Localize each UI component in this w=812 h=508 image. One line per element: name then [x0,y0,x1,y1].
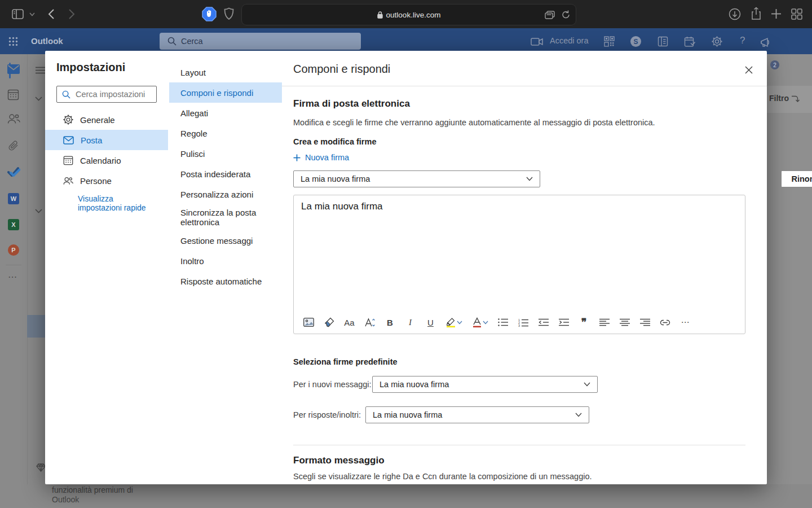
highlighter-icon[interactable] [445,316,457,329]
word-icon[interactable]: W [8,193,19,204]
filter-button[interactable]: Filtro [769,94,789,103]
page-preview-icon[interactable] [545,11,555,19]
highlight-color-control[interactable] [445,316,462,329]
nav-item-layout[interactable]: Layout [169,62,282,82]
format-painter-icon[interactable] [323,316,335,329]
bold-icon[interactable]: B [384,316,396,329]
settings-category-people[interactable]: Persone [45,170,168,191]
numbered-list-icon[interactable]: 123 [517,316,529,329]
premium-diamond-icon [36,463,46,472]
whats-new-icon[interactable] [760,37,772,47]
help-icon[interactable]: ? [740,35,745,46]
skype-icon[interactable]: S [630,36,641,47]
nav-item-rules[interactable]: Regole [169,123,282,143]
sort-icon[interactable] [791,94,800,103]
powerpoint-icon[interactable]: P [8,244,19,256]
header-search-input[interactable]: Cerca [160,33,361,50]
nav-item-message-handling[interactable]: Gestione messaggi [169,230,282,251]
nav-item-attachments[interactable]: Allegati [169,103,282,123]
join-now-label[interactable]: Accedi ora [550,36,589,45]
close-icon[interactable] [742,63,756,77]
reload-icon[interactable] [562,10,570,19]
outlook-logo-text[interactable]: Outlook [31,36,63,46]
nav-item-customize-actions[interactable]: Personalizza azioni [169,184,282,204]
nav-item-compose-reply[interactable]: Componi e rispondi [169,82,282,103]
settings-category-general[interactable]: Generale [45,110,168,130]
address-bar[interactable]: outlook.live.com [241,4,576,25]
person-icon [63,176,73,186]
new-signature-button[interactable]: Nuova firma [293,153,349,162]
underline-icon[interactable]: U [425,316,436,329]
mail-icon[interactable] [7,64,20,74]
decrease-indent-icon[interactable] [537,316,549,329]
align-right-icon[interactable] [639,316,651,329]
shield-extension-icon[interactable] [224,7,234,20]
people-icon[interactable] [7,113,20,124]
font-icon[interactable]: Aa [343,316,355,329]
nav-item-sweep[interactable]: Pulisci [169,143,282,164]
dialog-title: Componi e rispondi [293,63,390,76]
premium-upsell-text[interactable]: funzionalità premium di Outlook [52,485,159,505]
replies-select[interactable]: La mia nuova firma [365,406,589,423]
share-icon[interactable] [751,7,762,21]
envelope-icon [63,136,74,144]
signature-subheading: Crea e modifica firme [293,137,376,146]
back-icon[interactable] [48,8,55,20]
quick-settings-link[interactable]: Visualizza impostazioni rapide [78,194,152,212]
new-tab-icon[interactable] [770,8,782,20]
nav-item-forwarding[interactable]: Inoltro [169,251,282,271]
align-left-icon[interactable] [598,316,610,329]
font-color-icon[interactable] [471,316,483,329]
settings-gear-icon[interactable] [712,36,722,47]
settings-search[interactable] [56,86,157,103]
signature-select[interactable]: La mia nuova firma [293,170,540,187]
chevron-down-icon[interactable] [457,321,462,325]
settings-search-input[interactable] [74,89,150,99]
insert-image-icon[interactable] [303,316,315,329]
app-launcher-icon[interactable] [8,37,18,46]
downloads-icon[interactable] [729,8,741,20]
bullet-list-icon[interactable] [497,316,509,329]
signature-body-text[interactable]: La mia nuova firma [301,201,383,212]
nav-item-junk[interactable]: Posta indesiderata [169,164,282,184]
todo-icon[interactable] [7,167,20,178]
sidebar-chevron-icon[interactable] [29,12,35,16]
forward-icon[interactable] [68,8,75,20]
calendar-icon[interactable] [7,89,20,100]
onenote-feed-icon[interactable] [657,36,668,47]
sidebar-toggle-icon[interactable] [12,9,24,19]
rail-section-divider [6,265,21,265]
content-blocker-extension-icon[interactable] [202,7,217,21]
link-icon[interactable] [659,316,671,329]
nav-item-auto-replies[interactable]: Risposte automatiche [169,271,282,291]
category-label: Posta [81,135,102,145]
settings-category-mail[interactable]: Posta [45,130,168,150]
browser-toolbar: outlook.live.com [0,0,812,28]
meet-now-icon[interactable] [531,38,543,46]
qr-app-icon[interactable] [604,36,615,47]
whats-new-badge: 2 [770,60,779,69]
tab-overview-icon[interactable] [791,8,802,20]
font-color-control[interactable] [471,316,488,329]
chevron-down-icon[interactable] [483,321,488,325]
signature-editor[interactable]: La mia nuova firma Aa B I U [293,195,745,334]
replies-label: Per risposte/inoltri: [293,410,361,419]
italic-icon[interactable]: I [404,316,416,329]
more-apps-icon[interactable]: ⋯ [8,271,20,282]
rename-button[interactable]: Rinomina [781,170,812,187]
increase-indent-icon[interactable] [558,316,570,329]
font-size-icon[interactable] [364,316,376,329]
quote-icon[interactable]: ❞ [578,316,590,329]
attachments-icon[interactable] [7,139,20,152]
settings-category-calendar[interactable]: Calendario [45,150,168,170]
favorites-chevron-icon[interactable] [35,97,42,101]
align-center-icon[interactable] [619,316,630,329]
nav-item-sync-email[interactable]: Sincronizza la posta elettronica [169,204,271,230]
more-formatting-icon[interactable]: ⋯ [679,316,691,329]
my-day-icon[interactable] [684,36,695,47]
settings-dialog: Impostazioni Generale Posta Calendario [45,51,767,484]
new-messages-select[interactable]: La mia nuova firma [372,376,598,393]
folder-pane-toggle-icon[interactable] [36,67,45,74]
excel-icon[interactable]: X [8,219,19,230]
folders-chevron-icon[interactable] [35,209,42,213]
